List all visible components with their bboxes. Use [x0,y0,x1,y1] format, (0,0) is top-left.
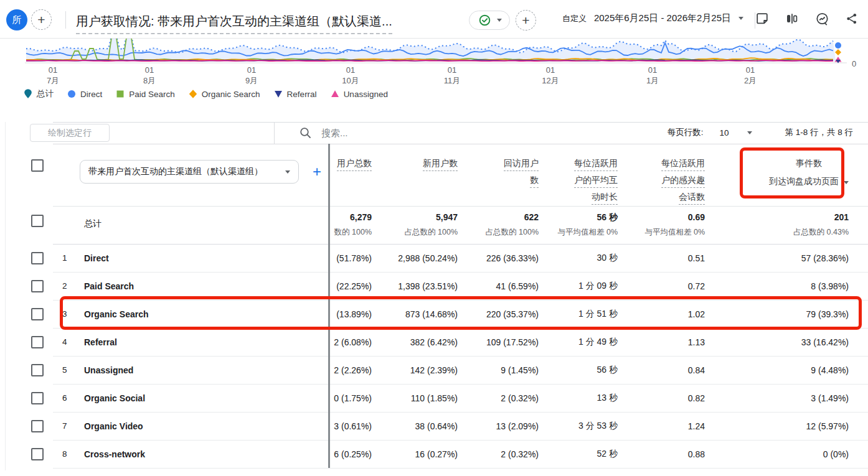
chart-legend: 总计 Direct Paid Search Organic Search Ref… [24,88,388,100]
cell-event-count: 9 (4.48%) [705,365,849,375]
cell-event-count: 12 (5.97%) [705,421,849,431]
account-avatar[interactable]: 所 [6,9,27,30]
cell-event-count: 8 (3.98%) [705,281,849,291]
legend-item[interactable]: Direct [67,89,102,99]
plot-selected-rows-button[interactable]: 绘制选定行 [30,124,110,142]
column-header-users[interactable]: 用户总数 [329,144,372,175]
table-row[interactable]: 2 Paid Search (22.25%) 1,398 (23.51%) 41… [0,272,868,300]
report-status-pill[interactable] [469,11,510,30]
legend-item[interactable]: Unassigned [331,89,388,99]
cell-total-users: 0 (1.75%) [329,393,372,403]
x-axis-tick: 01 1月 [646,65,659,86]
totals-label: 总计 [84,206,329,230]
cell-new-users: 142 (2.39%) [372,365,458,375]
add-comparison-button[interactable]: + [31,9,52,30]
totals-checkbox[interactable] [31,215,44,227]
x-axis-tick: 01 8月 [143,65,156,86]
ga4-user-acquisition-report: 所 + 用户获取情况: 带来用户首次互动的主渠道组（默认渠道... + 自定义 … [0,0,868,476]
table-row[interactable]: 5 Unassigned 2 (2.26%) 142 (2.39%) 9 (1.… [0,356,868,384]
rows-per-page-value[interactable]: 10 [719,128,729,138]
legend-item[interactable]: Paid Search [116,89,175,99]
row-checkbox[interactable] [31,364,44,376]
table-row[interactable]: 1 Direct (51.78%) 2,988 (50.24%) 226 (36… [0,244,868,272]
rows-per-page-label: 每页行数: [668,127,704,138]
x-axis-tick: 01 7月 [47,65,59,86]
totals-row: 总计 6,279数的 100% 5,947占总数的 100% 622占总数的 1… [0,206,868,244]
x-axis: 01 7月 01 8月 01 9月 01 10月 01 11月 01 12月 0… [0,65,868,87]
column-header-engaged-sessions[interactable]: 每位活跃用户的感兴趣会话数 [618,144,705,208]
frozen-pane-divider[interactable] [328,144,330,468]
row-checkbox[interactable] [31,336,44,348]
row-checkbox[interactable] [31,252,44,264]
cell-total-users: 2 (6.08%) [329,337,372,347]
cell-returning-users: 9 (1.45%) [458,365,539,375]
cell-engaged-sessions: 1.02 [618,309,705,319]
insights-icon[interactable] [814,11,829,26]
cell-total-users: (51.78%) [329,253,372,263]
dimension-selector[interactable]: 带来用户首次互动的主渠道组（默认渠道组） [80,160,299,184]
row-checkbox[interactable] [31,420,44,432]
row-checkbox[interactable] [31,308,44,320]
column-header-event-count[interactable]: 事件数 到达询盘成功页面 [705,144,849,187]
cell-avg-engagement-time: 52 秒 [539,449,618,460]
column-header-new-users[interactable]: 新用户数 [372,144,458,175]
event-count-title: 事件数 [769,158,849,169]
table-row[interactable]: 6 Organic Social 0 (1.75%) 110 (1.85%) 2… [0,384,868,412]
cell-engaged-sessions: 1.13 [618,337,705,347]
table-row[interactable]: 4 Referral 2 (6.08%) 382 (6.42%) 109 (17… [0,328,868,356]
chevron-down-icon[interactable] [844,181,849,184]
select-all-checkbox[interactable] [31,159,44,172]
legend-item[interactable]: Organic Search [189,89,260,99]
comparison-icon[interactable] [785,11,800,26]
totals-cell: 56 秒与平均值相差 0% [539,206,618,238]
share-icon[interactable] [844,11,859,26]
row-checkbox[interactable] [31,448,44,460]
channel-name: Organic Search [84,309,329,319]
legend-item[interactable]: Referral [274,89,317,99]
column-header-avg-engagement-time[interactable]: 每位活跃用户的平均互动时长 [539,144,618,208]
cell-returning-users: 41 (6.59%) [458,281,539,291]
cell-avg-engagement-time: 1 分 09 秒 [539,281,618,292]
triangle-up-marker-icon [331,89,339,99]
chevron-down-icon[interactable] [747,131,752,134]
chevron-down-icon [738,17,743,20]
chevron-down-icon [497,19,502,22]
channel-name: Unassigned [84,365,329,375]
cell-engaged-sessions: 0.82 [618,393,705,403]
cell-event-count: 3 (1.49%) [705,393,849,403]
cell-avg-engagement-time: 1 分 49 秒 [539,337,618,348]
square-marker-icon [116,89,125,99]
date-range-picker[interactable]: 自定义 2025年6月25日 - 2026年2月25日 [562,12,743,24]
row-index: 7 [53,421,84,431]
table-row[interactable]: 3 Organic Search (13.89%) 873 (14.68%) 2… [0,300,868,328]
row-checkbox[interactable] [31,392,44,404]
check-circle-icon [478,13,493,28]
series-end-markers [835,42,842,63]
cell-total-users: (22.25%) [329,281,372,291]
add-dimension-button[interactable]: + [308,162,326,181]
table-search[interactable] [298,125,508,140]
table-row[interactable]: 8 Cross-network 6 (0.25%) 16 (0.27%) 2 (… [0,440,868,468]
search-input[interactable] [321,128,508,138]
cell-engaged-sessions: 0.51 [618,253,705,263]
table-row[interactable]: 7 Organic Video 3 (0.61%) 38 (0.64%) 13 … [0,412,868,440]
column-header-returning-users[interactable]: 回访用户数 [458,144,539,192]
cell-event-count: 57 (28.36%) [705,253,849,263]
totals-cell: 201占总数的 0.43% [705,206,849,238]
channel-name: Referral [84,337,329,347]
row-index: 1 [53,253,84,263]
totals-cell: 622占总数的 100% [458,206,539,238]
cell-new-users: 873 (14.68%) [372,309,458,319]
date-range-value: 2025年6月25日 - 2026年2月25日 [594,12,731,24]
note-icon[interactable] [755,11,770,26]
add-report-button[interactable]: + [516,10,536,30]
page-title[interactable]: 用户获取情况: 带来用户首次互动的主渠道组（默认渠道... [76,13,392,34]
cell-returning-users: 2 (0.32%) [458,449,539,459]
legend-item[interactable]: 总计 [24,88,54,100]
triangle-down-marker-icon [274,89,283,99]
time-series-chart[interactable] [0,39,868,63]
row-checkbox[interactable] [31,280,44,292]
cell-engaged-sessions: 1.24 [618,421,705,431]
diamond-marker-icon [189,89,197,99]
cell-returning-users: 109 (17.52%) [458,337,539,347]
